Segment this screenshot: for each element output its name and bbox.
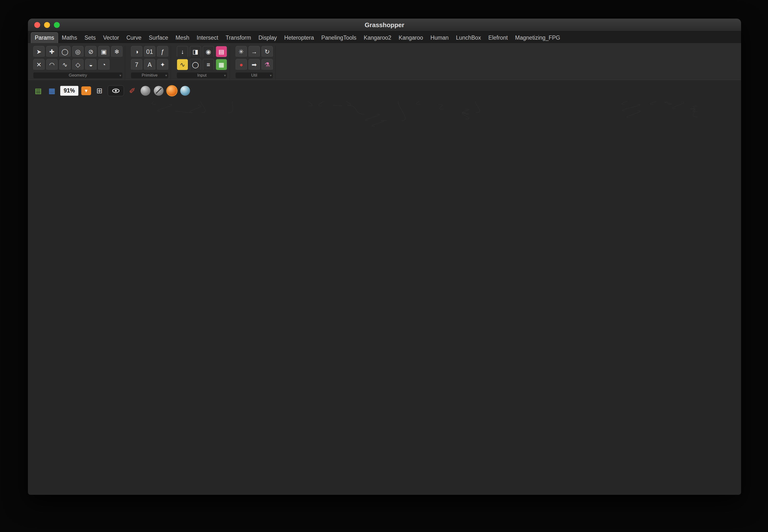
- zoom-dropdown-icon[interactable]: ▾: [81, 86, 91, 95]
- curve-icon[interactable]: ∿: [59, 59, 70, 70]
- paint-brush-icon[interactable]: ✐: [127, 85, 138, 96]
- titlebar[interactable]: Grasshopper: [28, 19, 741, 31]
- gh-wire[interactable]: [627, 111, 640, 118]
- pick-icon[interactable]: ➤: [33, 46, 45, 57]
- gh-node[interactable]: [28, 487, 41, 493]
- gh-wire[interactable]: [690, 106, 698, 109]
- gh-node[interactable]: [28, 493, 40, 495]
- circle-icon[interactable]: ◯: [59, 46, 70, 57]
- display-mode-darkblue-icon[interactable]: [220, 86, 230, 96]
- plane-icon[interactable]: ⊘: [85, 46, 96, 57]
- import-icon[interactable]: ↓: [177, 46, 188, 57]
- save-icon[interactable]: ▦: [46, 85, 57, 96]
- colour-swatch-icon[interactable]: ▦: [216, 59, 227, 70]
- gh-wire[interactable]: [189, 105, 201, 113]
- jitter-icon[interactable]: ↻: [262, 46, 273, 57]
- slider-icon[interactable]: ◯: [190, 59, 201, 70]
- tree-icon[interactable]: ✳: [236, 46, 247, 57]
- cherry-picker-icon[interactable]: ●: [236, 59, 247, 70]
- gh-wire[interactable]: [622, 104, 640, 111]
- suppress-icon[interactable]: ➡: [249, 59, 260, 70]
- flask-icon[interactable]: ⚗: [262, 59, 273, 70]
- boolean-icon[interactable]: ◑: [131, 46, 142, 57]
- surface-icon[interactable]: ◔: [98, 59, 109, 70]
- group-expand-icon[interactable]: ▾: [119, 72, 121, 78]
- gh-node[interactable]: [28, 452, 39, 461]
- gh-node[interactable]: [28, 417, 39, 423]
- display-mode-blue-icon[interactable]: [180, 86, 190, 96]
- gh-wire[interactable]: [157, 104, 172, 111]
- tab-maths[interactable]: Maths: [58, 33, 81, 43]
- tab-kangaroo[interactable]: Kangaroo: [395, 33, 427, 43]
- gh-node[interactable]: [28, 446, 43, 452]
- tab-lunchbox[interactable]: LunchBox: [452, 33, 485, 43]
- box-icon[interactable]: ▣: [98, 46, 109, 57]
- tab-surface[interactable]: Surface: [145, 33, 172, 43]
- integer-icon[interactable]: 01: [144, 46, 155, 57]
- tab-vector[interactable]: Vector: [99, 33, 123, 43]
- display-mode-red-icon[interactable]: [207, 86, 217, 96]
- gh-node[interactable]: [28, 433, 43, 440]
- preview-wireframe-icon[interactable]: [154, 86, 163, 96]
- gh-node[interactable]: [28, 430, 43, 433]
- new-document-icon[interactable]: ▤: [33, 85, 44, 96]
- gh-node[interactable]: [28, 465, 42, 472]
- tab-display[interactable]: Display: [255, 33, 280, 43]
- tab-intersect[interactable]: Intersect: [193, 33, 222, 43]
- gh-wire[interactable]: [438, 104, 443, 109]
- gh-wire[interactable]: [348, 105, 365, 114]
- gh-wire[interactable]: [664, 102, 672, 104]
- gh-node[interactable]: [28, 423, 43, 427]
- gh-wire[interactable]: [372, 121, 384, 126]
- ellipse-icon[interactable]: ◎: [72, 46, 83, 57]
- tab-curve[interactable]: Curve: [123, 33, 145, 43]
- arc-icon[interactable]: ◠: [46, 59, 58, 70]
- gh-node[interactable]: [28, 480, 43, 487]
- tab-panelingtools[interactable]: PanelingTools: [318, 33, 360, 43]
- gh-wire[interactable]: [462, 109, 469, 113]
- function-icon[interactable]: ƒ: [157, 46, 168, 57]
- panel-icon[interactable]: ≡: [203, 59, 214, 70]
- text-icon[interactable]: A: [144, 59, 155, 70]
- tab-heteroptera[interactable]: Heteroptera: [281, 33, 318, 43]
- gh-wire[interactable]: [365, 114, 379, 121]
- preview-eye-button[interactable]: [108, 85, 124, 96]
- zoom-extents-icon[interactable]: ⊞: [94, 85, 105, 96]
- move-icon[interactable]: ✚: [46, 46, 58, 57]
- sphere-icon[interactable]: ◒: [85, 59, 96, 70]
- gh-wire[interactable]: [398, 100, 405, 121]
- digit-icon[interactable]: 7: [131, 59, 142, 70]
- group-expand-icon[interactable]: ▾: [270, 72, 272, 78]
- tab-elefront[interactable]: Elefront: [485, 33, 511, 43]
- tab-magnetizing_fpg[interactable]: Magnetizing_FPG: [511, 33, 564, 43]
- preview-shaded-icon[interactable]: [167, 86, 177, 96]
- gh-node[interactable]: [28, 406, 34, 411]
- gh-node[interactable]: [28, 440, 41, 446]
- gh-node[interactable]: [28, 476, 31, 480]
- toggle-icon[interactable]: ◨: [190, 46, 201, 57]
- relay-icon[interactable]: →: [249, 46, 260, 57]
- gh-node[interactable]: [28, 411, 41, 417]
- diamond-icon[interactable]: ◇: [72, 59, 83, 70]
- gh-node[interactable]: [28, 472, 36, 476]
- gh-wire[interactable]: [673, 102, 684, 109]
- group-expand-icon[interactable]: ▾: [165, 72, 167, 78]
- graph-mapper-icon[interactable]: ∿: [177, 59, 188, 70]
- preview-off-icon[interactable]: [140, 86, 150, 96]
- tab-transform[interactable]: Transform: [222, 33, 255, 43]
- tab-mesh[interactable]: Mesh: [172, 33, 193, 43]
- tab-sets[interactable]: Sets: [81, 33, 99, 43]
- tab-params[interactable]: Params: [31, 32, 58, 43]
- knob-icon[interactable]: ◉: [203, 46, 214, 57]
- gradient-icon[interactable]: ▤: [216, 46, 227, 57]
- gh-wire[interactable]: [476, 100, 480, 113]
- gh-node[interactable]: [28, 461, 37, 465]
- gh-wire[interactable]: [333, 105, 342, 106]
- group-expand-icon[interactable]: ▾: [224, 72, 226, 78]
- gh-node[interactable]: [28, 427, 43, 430]
- point-icon[interactable]: ✦: [157, 59, 168, 70]
- gh-node[interactable]: [28, 404, 31, 406]
- display-mode-green-icon[interactable]: [194, 86, 203, 96]
- tab-kangaroo2[interactable]: Kangaroo2: [360, 33, 395, 43]
- tab-human[interactable]: Human: [427, 33, 452, 43]
